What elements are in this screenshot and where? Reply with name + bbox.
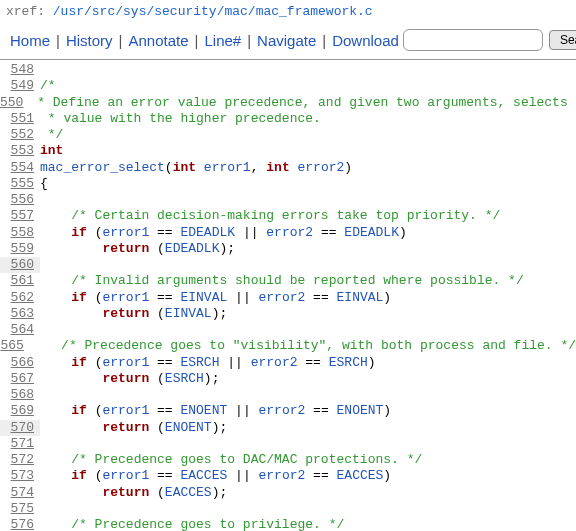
code-line: 554mac_error_select(int error1, int erro… xyxy=(0,160,576,176)
code-text: if (error1 == ENOENT || error2 == ENOENT… xyxy=(40,403,391,419)
code-line: 564 xyxy=(0,322,576,338)
code-line: 552 */ xyxy=(0,127,576,143)
line-number[interactable]: 548 xyxy=(0,62,40,78)
line-number[interactable]: 555 xyxy=(0,176,40,192)
code-line: 562 if (error1 == EINVAL || error2 == EI… xyxy=(0,290,576,306)
line-number[interactable]: 576 xyxy=(0,517,40,531)
code-line: 551 * value with the higher precedence. xyxy=(0,111,576,127)
nav-sep: | xyxy=(119,32,123,49)
code-line: 549/* xyxy=(0,78,576,94)
code-text: if (error1 == EINVAL || error2 == EINVAL… xyxy=(40,290,391,306)
code-text: if (error1 == ESRCH || error2 == ESRCH) xyxy=(40,355,376,371)
nav-annotate[interactable]: Annotate xyxy=(129,32,189,49)
code-text: mac_error_select(int error1, int error2) xyxy=(40,160,352,176)
line-number[interactable]: 561 xyxy=(0,273,40,289)
xref-path-bar: xref: /usr/src/sys/security/mac/mac_fram… xyxy=(0,0,576,23)
search-button[interactable]: Search xyxy=(549,30,576,50)
code-text: /* Precedence goes to "visibility", with… xyxy=(30,338,576,354)
line-number[interactable]: 565 xyxy=(0,338,30,354)
code-line: 560 xyxy=(0,257,576,273)
code-line: 553int xyxy=(0,143,576,159)
nav-sep: | xyxy=(322,32,326,49)
line-number[interactable]: 558 xyxy=(0,225,40,241)
nav-navigate[interactable]: Navigate xyxy=(257,32,316,49)
code-line: 574 return (EACCES); xyxy=(0,485,576,501)
code-text: /* xyxy=(40,78,56,94)
code-text: { xyxy=(40,176,48,192)
line-number[interactable]: 559 xyxy=(0,241,40,257)
line-number[interactable]: 568 xyxy=(0,387,40,403)
xref-prefix: xref: xyxy=(6,4,53,19)
line-number[interactable]: 556 xyxy=(0,192,40,208)
code-text: /* Invalid arguments should be reported … xyxy=(40,273,524,289)
code-line: 557 /* Certain decision-making errors ta… xyxy=(0,208,576,224)
nav-sep: | xyxy=(195,32,199,49)
code-text: * value with the higher precedence. xyxy=(40,111,321,127)
nav-bar: Home | History | Annotate | Line# | Navi… xyxy=(0,23,576,60)
code-line: 565 /* Precedence goes to "visibility", … xyxy=(0,338,576,354)
code-text: return (ENOENT); xyxy=(40,420,227,436)
line-number[interactable]: 567 xyxy=(0,371,40,387)
source-code: 548549/*550 * Define an error value prec… xyxy=(0,60,576,531)
line-number[interactable]: 557 xyxy=(0,208,40,224)
code-line: 563 return (EINVAL); xyxy=(0,306,576,322)
line-number[interactable]: 564 xyxy=(0,322,40,338)
code-line: 558 if (error1 == EDEADLK || error2 == E… xyxy=(0,225,576,241)
line-number[interactable]: 554 xyxy=(0,160,40,176)
code-line: 570 return (ENOENT); xyxy=(0,420,576,436)
xref-path-link[interactable]: /usr/src/sys/security/mac/mac_framework.… xyxy=(53,4,373,19)
line-number[interactable]: 569 xyxy=(0,403,40,419)
line-number[interactable]: 573 xyxy=(0,468,40,484)
code-text: /* Certain decision-making errors take t… xyxy=(40,208,500,224)
code-line: 556 xyxy=(0,192,576,208)
line-number[interactable]: 575 xyxy=(0,501,40,517)
code-line: 548 xyxy=(0,62,576,78)
code-text: */ xyxy=(40,127,63,143)
code-line: 571 xyxy=(0,436,576,452)
line-number[interactable]: 552 xyxy=(0,127,40,143)
code-line: 572 /* Precedence goes to DAC/MAC protec… xyxy=(0,452,576,468)
line-number[interactable]: 563 xyxy=(0,306,40,322)
code-text: /* Precedence goes to privilege. */ xyxy=(40,517,344,531)
code-text: * Define an error value precedence, and … xyxy=(29,95,576,111)
code-line: 550 * Define an error value precedence, … xyxy=(0,95,576,111)
nav-history[interactable]: History xyxy=(66,32,113,49)
nav-download[interactable]: Download xyxy=(332,32,399,49)
code-line: 575 xyxy=(0,501,576,517)
code-line: 559 return (EDEADLK); xyxy=(0,241,576,257)
nav-home[interactable]: Home xyxy=(10,32,50,49)
code-text: if (error1 == EDEADLK || error2 == EDEAD… xyxy=(40,225,407,241)
code-line: 567 return (ESRCH); xyxy=(0,371,576,387)
code-line: 568 xyxy=(0,387,576,403)
line-number[interactable]: 566 xyxy=(0,355,40,371)
code-line: 569 if (error1 == ENOENT || error2 == EN… xyxy=(0,403,576,419)
code-line: 561 /* Invalid arguments should be repor… xyxy=(0,273,576,289)
line-number[interactable]: 560 xyxy=(0,257,40,273)
line-number[interactable]: 570 xyxy=(0,420,40,436)
line-number[interactable]: 571 xyxy=(0,436,40,452)
line-number[interactable]: 549 xyxy=(0,78,40,94)
nav-sep: | xyxy=(247,32,251,49)
code-line: 576 /* Precedence goes to privilege. */ xyxy=(0,517,576,531)
code-text: /* Precedence goes to DAC/MAC protection… xyxy=(40,452,422,468)
code-line: 566 if (error1 == ESRCH || error2 == ESR… xyxy=(0,355,576,371)
line-number[interactable]: 574 xyxy=(0,485,40,501)
code-text: return (ESRCH); xyxy=(40,371,219,387)
code-line: 573 if (error1 == EACCES || error2 == EA… xyxy=(0,468,576,484)
search-input[interactable] xyxy=(403,29,543,51)
line-number[interactable]: 572 xyxy=(0,452,40,468)
line-number[interactable]: 562 xyxy=(0,290,40,306)
code-text: return (EDEADLK); xyxy=(40,241,235,257)
code-text: return (EINVAL); xyxy=(40,306,227,322)
code-text: int xyxy=(40,143,63,159)
line-number[interactable]: 550 xyxy=(0,95,29,111)
line-number[interactable]: 551 xyxy=(0,111,40,127)
line-number[interactable]: 553 xyxy=(0,143,40,159)
code-text: return (EACCES); xyxy=(40,485,227,501)
nav-sep: | xyxy=(56,32,60,49)
code-text: if (error1 == EACCES || error2 == EACCES… xyxy=(40,468,391,484)
code-line: 555{ xyxy=(0,176,576,192)
nav-line[interactable]: Line# xyxy=(204,32,241,49)
